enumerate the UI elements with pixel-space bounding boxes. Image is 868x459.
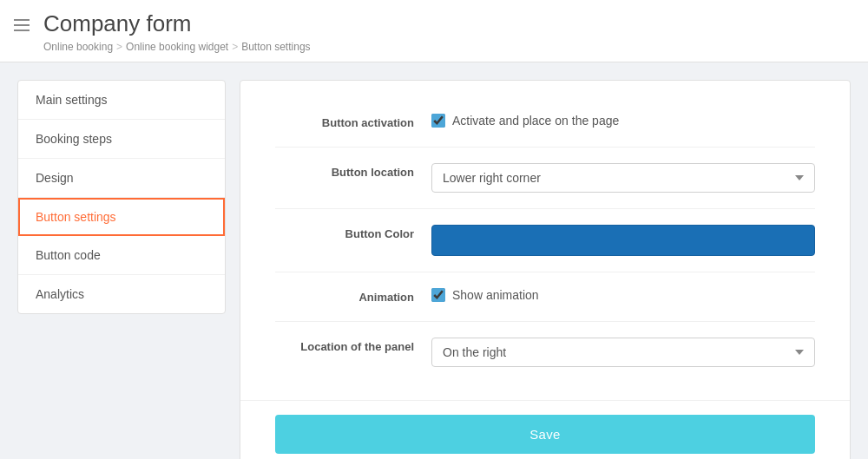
page-title: Company form xyxy=(43,10,851,37)
animation-label: Animation xyxy=(275,288,431,305)
location-panel-row: Location of the panel On the right On th… xyxy=(275,322,815,383)
breadcrumb: Online booking > Online booking widget >… xyxy=(43,41,851,53)
location-panel-select[interactable]: On the right On the left xyxy=(431,338,815,367)
button-location-select[interactable]: Lower right corner Lower left corner Upp… xyxy=(431,163,815,193)
button-location-label: Button location xyxy=(275,163,431,180)
sidebar-item-analytics[interactable]: Analytics xyxy=(18,275,225,313)
button-activation-row: Button activation Activate and place on … xyxy=(275,98,815,148)
button-color-control xyxy=(431,225,815,256)
save-button[interactable]: Save xyxy=(275,415,815,454)
sidebar: Main settings Booking steps Design Butto… xyxy=(17,80,226,314)
breadcrumb-sep-1: > xyxy=(116,41,122,53)
button-color-row: Button Color xyxy=(275,209,815,272)
content-panel: Button activation Activate and place on … xyxy=(240,80,851,459)
sidebar-item-booking-steps[interactable]: Booking steps xyxy=(18,120,225,159)
breadcrumb-sep-2: > xyxy=(232,41,238,53)
sidebar-item-button-settings[interactable]: Button settings xyxy=(18,198,225,236)
animation-control: Show animation xyxy=(431,288,815,302)
animation-row: Animation Show animation xyxy=(275,272,815,322)
header: Company form Online booking > Online boo… xyxy=(0,0,868,62)
breadcrumb-item-1[interactable]: Online booking xyxy=(43,41,113,53)
animation-checkbox[interactable] xyxy=(431,288,445,302)
sidebar-item-design[interactable]: Design xyxy=(18,159,225,198)
animation-checkbox-label: Show animation xyxy=(452,288,539,302)
sidebar-item-button-code[interactable]: Button code xyxy=(18,236,225,275)
button-activation-control: Activate and place on the page xyxy=(431,114,815,128)
button-color-label: Button Color xyxy=(275,225,431,242)
button-location-control: Lower right corner Lower left corner Upp… xyxy=(431,163,815,193)
hamburger-menu[interactable] xyxy=(14,19,30,31)
location-panel-control: On the right On the left xyxy=(431,338,815,367)
activation-checkbox[interactable] xyxy=(431,114,445,128)
sidebar-item-main-settings[interactable]: Main settings xyxy=(18,81,225,120)
form-body: Button activation Activate and place on … xyxy=(240,81,850,400)
main-layout: Main settings Booking steps Design Butto… xyxy=(0,62,868,459)
activation-checkbox-wrapper: Activate and place on the page xyxy=(431,114,619,128)
activation-checkbox-label: Activate and place on the page xyxy=(452,114,619,128)
button-activation-label: Button activation xyxy=(275,114,431,131)
animation-checkbox-wrapper: Show animation xyxy=(431,288,539,302)
button-color-swatch[interactable] xyxy=(431,225,815,256)
location-panel-label: Location of the panel xyxy=(275,338,431,355)
button-location-row: Button location Lower right corner Lower… xyxy=(275,148,815,209)
save-bar: Save xyxy=(240,400,850,459)
breadcrumb-item-3: Button settings xyxy=(241,41,310,53)
breadcrumb-item-2[interactable]: Online booking widget xyxy=(126,41,228,53)
